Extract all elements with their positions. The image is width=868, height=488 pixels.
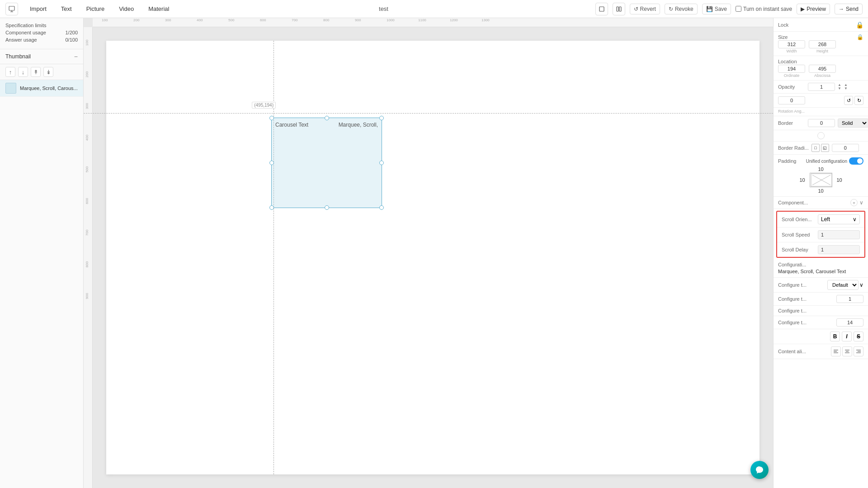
stat-answer: Answer usage 0/100 <box>5 37 78 43</box>
format-row: B I S <box>774 329 868 344</box>
padding-right-input[interactable] <box>833 177 846 183</box>
svg-rect-0 <box>9 6 14 10</box>
rotate-cw-button[interactable]: ↻ <box>854 96 863 105</box>
view-mode-2-icon[interactable] <box>613 3 625 15</box>
move-bottom-button[interactable]: ↡ <box>43 67 53 77</box>
configure-t2-input[interactable] <box>836 295 863 303</box>
handle-bottom-right[interactable] <box>379 205 384 210</box>
instant-save-checkbox-label[interactable]: Turn on instant save <box>736 6 792 12</box>
handle-top-right[interactable] <box>379 116 384 120</box>
component-row: Component... ○ ∨ <box>778 199 863 206</box>
handle-mid-left[interactable] <box>269 161 274 165</box>
border-radius-single-icon[interactable]: ◱ <box>821 144 829 152</box>
handle-bottom-mid[interactable] <box>325 205 329 210</box>
height-input[interactable] <box>809 40 836 48</box>
strikethrough-button[interactable]: S <box>854 332 863 341</box>
scroll-speed-control <box>818 230 860 239</box>
configure-t2-label: Configure t... <box>778 296 807 302</box>
preview-button[interactable]: ▶ Preview <box>797 4 830 14</box>
revoke-icon: ↻ <box>669 6 673 12</box>
abscissa-input[interactable] <box>809 65 836 73</box>
menu-text[interactable]: Text <box>58 4 75 14</box>
configuration-text: Marquee, Scroll, Carousel Text <box>778 268 846 275</box>
menu-import[interactable]: Import <box>27 4 49 14</box>
size-row: Size 🔒 Width Height <box>774 32 868 56</box>
lock-icon[interactable]: 🔒 <box>856 21 863 28</box>
revert-button[interactable]: ↺ Revert <box>630 4 660 14</box>
border-radius-all-icon[interactable]: □ <box>811 144 820 152</box>
opacity-input[interactable] <box>808 83 835 91</box>
padding-toggle[interactable] <box>849 157 863 165</box>
handle-bottom-left[interactable] <box>269 205 274 210</box>
thumbnail-collapse-button[interactable]: − <box>74 53 78 60</box>
content-align-label: Content ali... <box>778 349 806 354</box>
border-color-picker[interactable] <box>817 132 825 139</box>
component-icons: ○ ∨ <box>850 199 863 206</box>
canvas-area[interactable]: 100 200 300 400 500 600 700 800 900 1000… <box>84 18 773 488</box>
handle-top-left[interactable] <box>269 116 274 120</box>
menu-picture[interactable]: Picture <box>84 4 107 14</box>
main-layout: Specification limits Component usage 1/2… <box>0 18 868 488</box>
width-input[interactable] <box>778 40 805 48</box>
instant-save-checkbox[interactable] <box>736 6 741 12</box>
handle-top-mid[interactable] <box>325 116 329 120</box>
configure-t1-select[interactable]: Default <box>827 280 859 290</box>
configure-t1-control: Default ∨ <box>827 280 863 290</box>
configuration-row: Configurati... Marquee, Scroll, Carousel… <box>774 260 868 278</box>
scroll-orientation-arrow: ∨ <box>853 216 857 223</box>
padding-left-input[interactable] <box>796 177 809 183</box>
monitor-icon[interactable] <box>5 3 18 15</box>
padding-bottom-input[interactable] <box>815 188 827 194</box>
rotation-input[interactable] <box>778 96 805 104</box>
border-radius-input[interactable] <box>832 144 859 152</box>
rotate-ccw-button[interactable]: ↺ <box>844 96 853 105</box>
move-top-button[interactable]: ↟ <box>31 67 41 77</box>
padding-middle-row <box>796 173 846 187</box>
move-down-button[interactable]: ↓ <box>18 67 28 77</box>
scroll-orientation-select[interactable]: Left ∨ <box>818 214 860 224</box>
component-circle-btn[interactable]: ○ <box>850 199 858 206</box>
move-up-button[interactable]: ↑ <box>5 67 15 77</box>
send-button[interactable]: → Send <box>835 4 863 14</box>
padding-x-svg <box>810 173 832 187</box>
scroll-speed-label: Scroll Speed <box>782 232 818 237</box>
align-right-icon <box>856 349 861 354</box>
menu-video[interactable]: Video <box>116 4 137 14</box>
view-mode-1-icon[interactable] <box>595 3 608 15</box>
ordinate-input[interactable] <box>778 65 805 73</box>
configure-t3-row: Configure t... <box>774 306 868 316</box>
save-button[interactable]: 💾 Save <box>702 4 731 14</box>
opacity-down2-arrow[interactable]: ▼ <box>844 87 848 90</box>
handle-mid-right[interactable] <box>379 161 384 165</box>
revoke-button[interactable]: ↻ Revoke <box>665 4 698 14</box>
topbar-left: Import Text Picture Video Material <box>5 3 172 15</box>
align-center-button[interactable] <box>842 346 852 356</box>
italic-button[interactable]: I <box>842 332 852 341</box>
component-section: Component... ○ ∨ <box>774 197 868 209</box>
left-panel: Specification limits Component usage 1/2… <box>0 18 84 488</box>
scroll-delay-input[interactable] <box>818 245 860 254</box>
configure-t1-row: Configure t... Default ∨ <box>774 278 868 293</box>
canvas-white[interactable]: (495,194) Carousel Text Marquee, Scroll, <box>106 41 760 474</box>
align-left-button[interactable] <box>831 346 841 356</box>
component-box[interactable]: Carousel Text Marquee, Scroll, <box>271 118 382 208</box>
opacity-down-arrow[interactable]: ▼ <box>838 87 841 90</box>
configure-t2-row: Configure t... <box>774 293 868 306</box>
align-right-button[interactable] <box>854 346 863 356</box>
thumbnail-item[interactable]: Marquee, Scroll, Carous... <box>0 80 83 97</box>
configure-t4-label: Configure t... <box>778 320 807 325</box>
menu-material[interactable]: Material <box>146 4 172 14</box>
bold-button[interactable]: B <box>830 332 840 341</box>
chat-fab[interactable] <box>750 461 769 479</box>
padding-top-input[interactable] <box>815 166 827 172</box>
component-dropdown-btn[interactable]: ∨ <box>859 199 863 206</box>
configure-t4-input[interactable] <box>836 318 863 327</box>
right-panel: Lock 🔒 Size 🔒 Width Height Locat <box>773 18 868 488</box>
border-input[interactable] <box>808 119 835 127</box>
align-center-icon <box>844 349 850 354</box>
scroll-speed-input[interactable] <box>818 230 860 239</box>
lock-size-icon[interactable]: 🔒 <box>857 34 863 40</box>
border-style-select[interactable]: Solid Dashed Dotted <box>838 118 868 128</box>
border-radius-label: Border Radi... <box>778 145 809 151</box>
padding-section: Padding Unified configuration <box>774 155 868 197</box>
